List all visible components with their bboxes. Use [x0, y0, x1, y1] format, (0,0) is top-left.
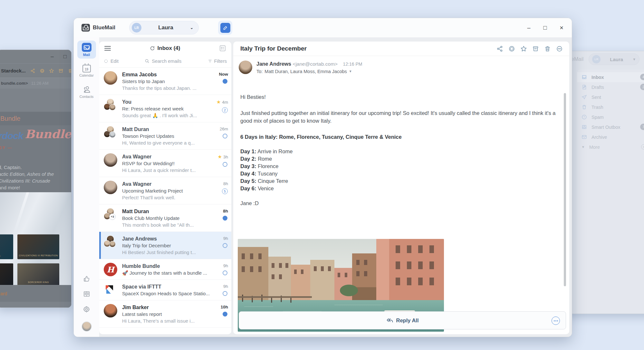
- email-meta: ★4m 2: [211, 99, 228, 119]
- sender-avatar: [239, 61, 252, 74]
- maximize-icon[interactable]: □: [63, 53, 67, 60]
- thumbs-up-icon[interactable]: [83, 275, 90, 282]
- background-window-stardock[interactable]: – □ Stardock... bundle.com> 11:26 AM Bun…: [0, 50, 72, 308]
- read-status-circle[interactable]: [223, 162, 227, 167]
- email-list-item[interactable]: You Re: Press release next week Sounds g…: [99, 95, 231, 122]
- account-switcher[interactable]: LR Laura ⌄: [129, 21, 199, 34]
- read-status-circle[interactable]: [223, 270, 227, 275]
- email-meta: Now: [211, 71, 228, 91]
- reply-more-options[interactable]: [552, 317, 560, 325]
- email-list-item[interactable]: Matt Duran Towson Project Updates Hi, Wa…: [99, 122, 231, 150]
- circle-icon[interactable]: [40, 68, 45, 73]
- task-panel-icon[interactable]: [219, 45, 226, 52]
- star-icon[interactable]: [520, 45, 527, 52]
- reply-all-bar[interactable]: Reply All: [239, 311, 566, 329]
- email-list-item[interactable]: +3 Matt Duran Book Club Monthly Update T…: [99, 204, 231, 232]
- email-preview: Sounds great 🙏 . I'll work with Ji...: [122, 112, 211, 119]
- trash-icon[interactable]: [68, 68, 72, 73]
- add-folder-icon[interactable]: +: [641, 144, 644, 149]
- edit-button[interactable]: Edit: [104, 59, 119, 64]
- refresh-icon[interactable]: [150, 46, 155, 51]
- email-list-item[interactable]: Emma Jacobs Sisters trip to Japan Thanks…: [99, 68, 231, 95]
- folder-row[interactable]: Archive: [577, 132, 644, 142]
- maximize-button[interactable]: □: [543, 25, 547, 31]
- scrollbar[interactable]: [564, 93, 566, 286]
- email-texts: Space via IFTTT SpaceX Dragon Heads to S…: [119, 283, 211, 297]
- right-account-pill[interactable]: LR Laura ▼: [589, 53, 639, 65]
- email-list-item[interactable]: Ava Wagner Upcoming Marketing Project Pe…: [99, 177, 231, 204]
- filters-button[interactable]: Filters: [208, 59, 227, 64]
- read-status-circle[interactable]: [223, 291, 227, 296]
- search-input[interactable]: Search emails: [119, 59, 208, 64]
- rail-label: Mail: [83, 53, 90, 57]
- compose-button[interactable]: [218, 21, 232, 35]
- game-caption: ROL: [0, 254, 1, 259]
- recipients-expand-icon[interactable]: ▼: [349, 68, 352, 75]
- email-sender: Emma Jacobs: [122, 71, 211, 78]
- email-list-item[interactable]: H Humble Bundle 🚀 Journey to the stars w…: [99, 259, 231, 280]
- recipients: Matt Duran, Laura Moss, Emma Jacobs: [264, 68, 347, 75]
- folder-row-more[interactable]: ▼ More +: [577, 142, 644, 152]
- share-icon[interactable]: [30, 68, 35, 73]
- navigation-rail: Mail 19 Calendar Contacts: [74, 37, 99, 337]
- filters-icon: [208, 59, 212, 63]
- email-list-item[interactable]: Space via IFTTT SpaceX Dragon Heads to S…: [99, 280, 231, 300]
- itinerary-day: Day 5: Cinque Terre: [240, 177, 556, 185]
- news-icon[interactable]: [83, 291, 90, 297]
- read-status-circle[interactable]: [223, 134, 227, 138]
- thread-count-badge[interactable]: 2: [222, 107, 228, 113]
- folder-icon: [582, 94, 587, 100]
- email-meta: 8h: [211, 208, 228, 228]
- more-options-icon[interactable]: [556, 45, 563, 52]
- email-time: 26m: [220, 127, 228, 131]
- thread-count-badge[interactable]: 5: [222, 188, 228, 194]
- background-window-bluemail-folders[interactable]: eMail LR Laura ▼ Inbox 4 Drafts 2 Sent: [561, 51, 644, 314]
- archive-icon[interactable]: [58, 68, 63, 73]
- folder-row[interactable]: Inbox 4: [577, 72, 644, 82]
- archive-icon[interactable]: [532, 45, 539, 52]
- folder-row[interactable]: Drafts 2: [577, 82, 644, 92]
- menu-icon[interactable]: [104, 45, 111, 52]
- settings-gear-icon[interactable]: [83, 306, 90, 313]
- folder-icon: [582, 104, 587, 110]
- email-preview: Thanks for the tips about Japan. ...: [122, 85, 211, 91]
- left-band-label: Bundle: [0, 112, 71, 125]
- star-icon[interactable]: [49, 68, 54, 73]
- email-list-item[interactable]: Jim Barker Latest sales report Hi Laura,…: [99, 300, 231, 328]
- email-time: 9h: [223, 236, 228, 241]
- itinerary-day: Day 6: Venice: [240, 185, 556, 192]
- account-avatar: LR: [132, 23, 141, 33]
- folder-row[interactable]: Smart Outbox 7: [577, 122, 644, 132]
- rail-item-mail[interactable]: Mail: [77, 41, 96, 59]
- email-texts: You Re: Press release next week Sounds g…: [119, 99, 211, 119]
- email-list-item[interactable]: Ava Wagner RSVP for Our Wedding!! Hi Lau…: [99, 150, 231, 177]
- email-time: ★3h: [218, 154, 228, 160]
- unread-dot: [223, 79, 227, 84]
- rail-item-calendar[interactable]: 19 Calendar: [77, 62, 96, 79]
- compose-icon: [220, 23, 230, 33]
- read-status-circle[interactable]: [223, 243, 227, 248]
- trash-icon[interactable]: [544, 45, 551, 52]
- game-caption: CIVILIZATIONS III RETRIBUTION: [19, 254, 58, 259]
- minimize-button[interactable]: –: [527, 25, 530, 31]
- email-list-item[interactable]: Jane Andrews Italy Trip for December Hi …: [99, 232, 231, 259]
- rail-item-contacts[interactable]: Contacts: [77, 83, 96, 100]
- left-footer-link-fragment[interactable]: ard: [0, 291, 7, 296]
- email-title: Italy Trip for December: [240, 45, 496, 52]
- folder-row[interactable]: Trash: [577, 102, 644, 112]
- to-label: To:: [256, 68, 263, 75]
- minimize-icon[interactable]: –: [51, 53, 53, 60]
- sender-avatar: [104, 99, 119, 119]
- email-time: 8h: [223, 181, 228, 186]
- email-time: Now: [219, 72, 228, 77]
- email-subject: 🚀 Journey to the stars with a bundle ...: [122, 270, 211, 276]
- share-icon[interactable]: [496, 45, 503, 52]
- email-time: ★4m: [216, 99, 228, 105]
- close-button[interactable]: ×: [560, 24, 563, 31]
- reader-toolbar: [496, 45, 563, 52]
- user-avatar[interactable]: [82, 321, 92, 332]
- folder-row[interactable]: Spam: [577, 112, 644, 122]
- folder-row[interactable]: Sent: [577, 92, 644, 102]
- mark-circle-icon[interactable]: [508, 45, 515, 52]
- left-window-toolbar: Stardock...: [0, 63, 71, 78]
